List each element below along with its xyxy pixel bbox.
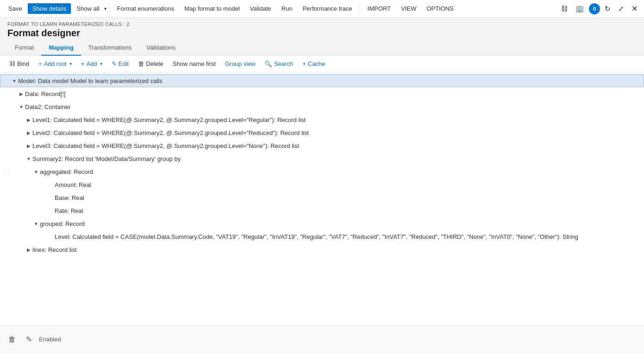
tab-validations[interactable]: Validations (139, 40, 183, 56)
toggle-root[interactable]: ▼ (11, 77, 18, 84)
tree-area: ▼Model: Data model Model to learn parame… (0, 72, 644, 326)
label-grouped: grouped: Record (40, 220, 644, 227)
label-data: Data: Record[!] (25, 90, 644, 97)
tree-row-level_field[interactable]: Level: Calculated field = CASE(model.Dat… (0, 230, 644, 243)
show-name-first-label: Show name first (173, 60, 216, 67)
search-button[interactable]: 🔍 Search (261, 58, 297, 69)
tree-row-data[interactable]: ▶Data: Record[!] (0, 87, 644, 100)
group-view-button[interactable]: Group view (221, 58, 259, 69)
tabs-bar: Format Mapping Transformations Validatio… (0, 40, 644, 56)
cache-button[interactable]: + Cache (299, 58, 329, 69)
edit-pencil-icon: ✎ (112, 60, 117, 67)
view-button[interactable]: VIEW (396, 3, 421, 14)
add-root-chevron-icon[interactable]: ▾ (69, 61, 72, 66)
format-enumerations-button[interactable]: Format enumerations (113, 3, 179, 14)
delete-button[interactable]: 🗑 Delete (134, 58, 167, 69)
tree-row-level3[interactable]: ▶Level3: Calculated field = WHERE(@.Summ… (0, 139, 644, 152)
tree-row-grouped[interactable]: ▼grouped: Record (0, 217, 644, 230)
delete-bottom-button[interactable]: 🗑 (6, 333, 19, 346)
open-new-icon-btn[interactable]: ⤢ (615, 3, 627, 15)
tree-row-level2[interactable]: ▶Level2: Calculated field = WHERE(@.Summ… (0, 126, 644, 139)
bind-button[interactable]: ⛓ Bind (6, 58, 33, 69)
add-root-plus-icon: + (38, 60, 42, 67)
show-details-button[interactable]: Show details (28, 3, 71, 14)
tree-row-rate[interactable]: Rate: Real (0, 204, 644, 217)
main-layout: FORMAT TO LEARN PARAMETERIZED CALLS : 2 … (0, 18, 644, 353)
tree-row-base[interactable]: Base: Real (0, 191, 644, 204)
edit-button[interactable]: ✎ Edit (108, 58, 133, 69)
tab-transformations[interactable]: Transformations (81, 40, 139, 56)
save-button[interactable]: Save (4, 3, 27, 14)
office-icon-btn[interactable]: 🏢 (573, 3, 587, 15)
drag-handle-aggregated[interactable]: ⋮⋮ (4, 169, 10, 174)
show-all-chevron-icon[interactable]: ▾ (104, 6, 107, 11)
tree-row-data2[interactable]: ▼Data2: Container (0, 100, 644, 113)
main-toolbar: Save Show details Show all ▾ Format enum… (0, 0, 644, 18)
toggle-level2[interactable]: ▶ (25, 129, 32, 136)
tree-row-summary2[interactable]: ▼Summary2: Record list 'Model/Data/Summa… (0, 152, 644, 165)
link-icon-btn[interactable]: ⛓ (558, 3, 571, 14)
delete-label: Delete (146, 60, 164, 67)
add-plus-icon: + (81, 60, 85, 67)
toggle-aggregated[interactable]: ▼ (32, 168, 40, 175)
action-bar: ⛓ Bind + Add root ▾ + Add ▾ ✎ Edit 🗑 Del… (0, 56, 644, 72)
label-level_field: Level: Calculated field = CASE(model.Dat… (55, 233, 644, 240)
edit-bottom-button[interactable]: ✎ (22, 333, 35, 346)
group-view-label: Group view (225, 60, 256, 67)
tree-row-level1[interactable]: ▶Level1: Calculated field = WHERE(@.Summ… (0, 113, 644, 126)
search-icon: 🔍 (265, 60, 272, 67)
toggle-level_field (47, 233, 55, 240)
validate-button[interactable]: Validate (245, 3, 276, 14)
bottom-panel: 🗑 ✎ Enabled (0, 326, 644, 353)
cache-plus-icon: + (303, 60, 306, 67)
label-level3: Level3: Calculated field = WHERE(@.Summa… (32, 142, 644, 149)
toggle-amount (47, 181, 55, 188)
run-button[interactable]: Run (277, 3, 297, 14)
show-name-first-button[interactable]: Show name first (169, 58, 220, 69)
show-all-button[interactable]: Show all (72, 3, 104, 14)
close-icon-btn[interactable]: ✕ (629, 2, 640, 15)
enabled-status: Enabled (39, 336, 61, 343)
search-label: Search (274, 60, 293, 67)
page-subtitle: FORMAT TO LEARN PARAMETERIZED CALLS : 2 (7, 21, 637, 27)
content-area: ⛓ Bind + Add root ▾ + Add ▾ ✎ Edit 🗑 Del… (0, 56, 644, 326)
refresh-icon-btn[interactable]: ↻ (602, 3, 613, 15)
toggle-base (47, 194, 55, 201)
toggle-level1[interactable]: ▶ (25, 116, 32, 123)
notification-badge[interactable]: 0 (589, 3, 600, 14)
label-base: Base: Real (55, 194, 644, 201)
page-header: FORMAT TO LEARN PARAMETERIZED CALLS : 2 … (0, 18, 644, 39)
label-level2: Level2: Calculated field = WHERE(@.Summa… (32, 129, 644, 136)
tree-row-aggregated[interactable]: ⋮⋮▼aggregated: Record (0, 165, 644, 178)
toggle-level3[interactable]: ▶ (25, 142, 32, 149)
toggle-data[interactable]: ▶ (18, 90, 25, 97)
performance-trace-button[interactable]: Performance trace (298, 3, 357, 14)
label-level1: Level1: Calculated field = WHERE(@.Summa… (32, 116, 644, 123)
label-root: Model: Data model Model to learn paramet… (18, 77, 644, 84)
tree-row-lines[interactable]: ▶lines: Record list (0, 243, 644, 256)
toggle-data2[interactable]: ▼ (18, 103, 25, 110)
label-data2: Data2: Container (25, 103, 644, 110)
add-button[interactable]: + Add ▾ (77, 58, 106, 69)
toolbar-icons: ⛓ 🏢 0 ↻ ⤢ ✕ (558, 2, 640, 15)
separator-2 (360, 4, 360, 13)
toggle-summary2[interactable]: ▼ (25, 155, 32, 162)
tab-format[interactable]: Format (7, 40, 41, 56)
options-button[interactable]: OPTIONS (422, 3, 459, 14)
add-chevron-icon[interactable]: ▾ (100, 61, 102, 66)
page-title: Format designer (7, 28, 637, 39)
tree-row-amount[interactable]: Amount: Real (0, 178, 644, 191)
map-format-button[interactable]: Map format to model (180, 3, 244, 14)
cache-label: Cache (308, 60, 325, 67)
bind-icon: ⛓ (9, 60, 15, 67)
bind-label: Bind (17, 60, 29, 67)
add-root-label: Add root (44, 60, 67, 67)
toggle-lines[interactable]: ▶ (25, 246, 32, 253)
label-lines: lines: Record list (32, 246, 644, 253)
tree-row-root[interactable]: ▼Model: Data model Model to learn parame… (0, 74, 644, 87)
label-amount: Amount: Real (55, 181, 644, 188)
toggle-grouped[interactable]: ▼ (32, 220, 40, 227)
tab-mapping[interactable]: Mapping (41, 40, 81, 56)
import-button[interactable]: IMPORT (363, 3, 395, 14)
add-root-button[interactable]: + Add root ▾ (35, 58, 76, 69)
